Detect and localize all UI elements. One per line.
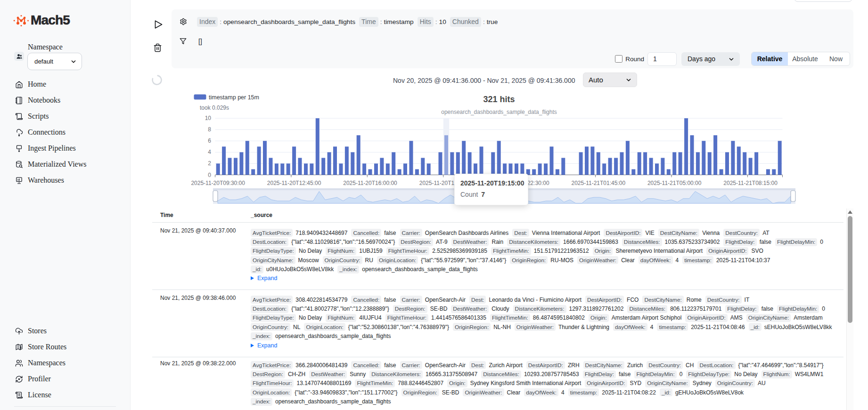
svg-text:took 0.029s: took 0.029s: [200, 105, 229, 111]
svg-text:321 hits: 321 hits: [483, 95, 515, 104]
svg-text:0: 0: [208, 172, 211, 178]
svg-text:2: 2: [208, 160, 211, 167]
svg-text:6: 6: [208, 137, 211, 144]
svg-text:2025-11-21T08:15:00: 2025-11-21T08:15:00: [723, 180, 778, 186]
svg-text:10: 10: [205, 115, 212, 121]
svg-text:timestamp per 15m: timestamp per 15m: [209, 94, 259, 101]
svg-text:opensearch_dashboards_sample_d: opensearch_dashboards_sample_data_flight…: [441, 109, 557, 115]
svg-text:2025-11-21T05:00:00: 2025-11-21T05:00:00: [647, 180, 702, 186]
svg-text:2025-11-21T01:45:00: 2025-11-21T01:45:00: [572, 180, 626, 186]
svg-text:2025-11-20T12:45:00: 2025-11-20T12:45:00: [267, 180, 321, 186]
svg-text:2025-11-20T16:00:00: 2025-11-20T16:00:00: [343, 180, 397, 186]
svg-text:2025-11-20T09:30:00: 2025-11-20T09:30:00: [191, 180, 245, 186]
svg-text:4: 4: [208, 149, 211, 155]
svg-text:8: 8: [208, 126, 211, 133]
